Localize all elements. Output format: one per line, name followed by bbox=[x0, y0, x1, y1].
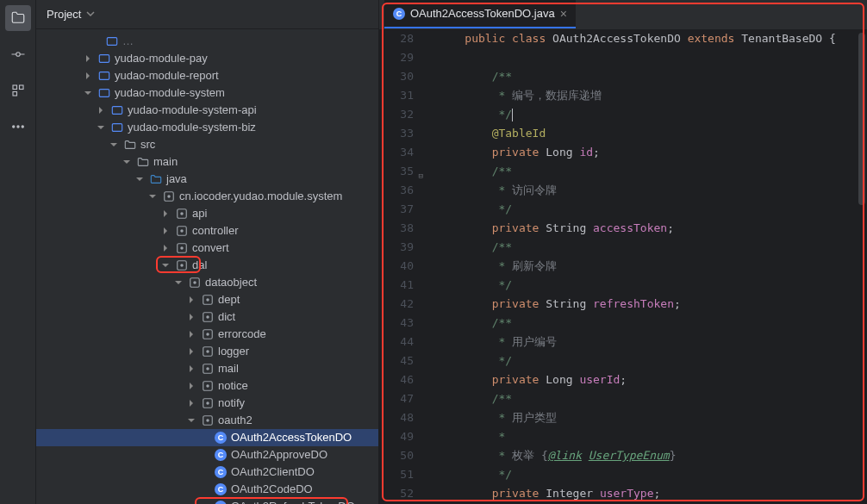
rail-structure-icon[interactable] bbox=[5, 78, 31, 103]
rail-more-icon[interactable] bbox=[5, 114, 31, 140]
chevron-down-icon[interactable] bbox=[172, 278, 184, 287]
code-line: public class OAuth2AccessTokenDO extends… bbox=[438, 29, 867, 48]
chevron-down-icon[interactable] bbox=[82, 89, 94, 97]
code-line: */ bbox=[438, 200, 867, 219]
tree-node-pkg-root[interactable]: cn.iocoder.yudao.module.system bbox=[36, 188, 378, 205]
tree-label: OAuth2AccessTokenDO bbox=[231, 429, 352, 446]
tree-node-pkg-mail[interactable]: mail bbox=[36, 360, 378, 377]
chevron-right-icon[interactable] bbox=[159, 244, 172, 252]
tree-node-pkg-dept[interactable]: dept bbox=[36, 291, 378, 308]
tree-node-module-system[interactable]: yudao-module-system bbox=[36, 84, 378, 102]
tree-node-pkg-dataobject[interactable]: dataobject bbox=[36, 274, 378, 291]
close-icon[interactable]: × bbox=[560, 7, 567, 21]
code-line: private String refreshToken; bbox=[438, 295, 867, 314]
sidebar-header[interactable]: Project bbox=[36, 0, 378, 29]
chevron-right-icon[interactable] bbox=[185, 313, 197, 321]
tree-node-module-system-biz[interactable]: yudao-module-system-biz bbox=[36, 119, 378, 136]
chevron-right-icon[interactable] bbox=[185, 330, 197, 339]
chevron-right-icon[interactable] bbox=[159, 209, 172, 218]
tree-label: oauth2 bbox=[218, 412, 253, 429]
svg-point-28 bbox=[206, 315, 209, 319]
rail-commit-icon[interactable] bbox=[5, 41, 31, 67]
code-line: * 枚举 {@link UserTypeEnum} bbox=[438, 446, 867, 465]
line-number: 52 bbox=[379, 484, 414, 503]
tree-node-folder-src[interactable]: src bbox=[36, 136, 378, 153]
chevron-right-icon[interactable] bbox=[82, 72, 94, 80]
package-icon bbox=[201, 379, 215, 393]
svg-rect-1 bbox=[13, 85, 17, 90]
chevron-right-icon[interactable] bbox=[185, 382, 197, 390]
tree-node-pkg-dal[interactable]: dal bbox=[36, 257, 378, 274]
code-line: * 用户类型 bbox=[438, 408, 867, 427]
tree-node-pkg-notice[interactable]: notice bbox=[36, 377, 378, 395]
chevron-right-icon[interactable] bbox=[185, 364, 197, 373]
code-line: private Long userId; bbox=[438, 370, 867, 389]
package-icon bbox=[175, 241, 189, 255]
source-text[interactable]: public class OAuth2AccessTokenDO extends… bbox=[426, 29, 867, 504]
line-number: 42 bbox=[379, 295, 414, 314]
tree-label: OAuth2ApproveDO bbox=[231, 446, 327, 464]
svg-rect-8 bbox=[99, 55, 109, 63]
module-icon bbox=[110, 103, 124, 117]
chevron-down-icon[interactable] bbox=[185, 416, 197, 425]
tree-node-pkg-controller[interactable]: controller bbox=[36, 222, 378, 240]
line-number: 30 bbox=[379, 67, 414, 86]
code-line: * 访问令牌 bbox=[438, 181, 867, 200]
tree-node-module-system-api[interactable]: yudao-module-system-api bbox=[36, 102, 378, 119]
tree-node-module-pay[interactable]: yudao-module-pay bbox=[36, 50, 378, 67]
chevron-right-icon[interactable] bbox=[95, 106, 107, 115]
line-number: 48 bbox=[379, 408, 414, 427]
chevron-down-icon[interactable] bbox=[147, 192, 159, 201]
tree-node-pkg-logger[interactable]: logger bbox=[36, 343, 378, 360]
tree-node-pkg-dict[interactable]: dict bbox=[36, 308, 378, 326]
line-number: 46 bbox=[379, 370, 414, 389]
tab-oauth2accesstokendo[interactable]: C OAuth2AccessTokenDO.java × bbox=[384, 0, 576, 28]
tree-node-folder-main[interactable]: main bbox=[36, 153, 378, 171]
tree-node-pkg-errorcode[interactable]: errorcode bbox=[36, 326, 378, 343]
tree-node-pkg-oauth2[interactable]: oauth2 bbox=[36, 412, 378, 429]
tree-label: controller bbox=[192, 222, 238, 240]
tree-node-file-accesstoken[interactable]: COAuth2AccessTokenDO bbox=[36, 429, 378, 446]
rail-project-icon[interactable] bbox=[5, 5, 31, 31]
svg-rect-3 bbox=[13, 92, 17, 96]
project-sidebar: Project … yudao-module-payyudao-module-r… bbox=[36, 0, 379, 504]
tree-node-file-refreshtoken[interactable]: COAuth2RefreshTokenDO bbox=[36, 498, 378, 504]
chevron-down-icon[interactable] bbox=[159, 261, 172, 270]
code-line: /** bbox=[438, 67, 867, 86]
line-gutter: 2829303132333435⊟36373839404142434445464… bbox=[379, 29, 426, 504]
chevron-right-icon[interactable] bbox=[185, 399, 197, 408]
tree-node-folder-java[interactable]: java bbox=[36, 171, 378, 188]
svg-point-36 bbox=[206, 384, 209, 388]
tree-label: yudao-module-system-biz bbox=[128, 119, 256, 136]
chevron-down-icon[interactable] bbox=[121, 158, 133, 166]
tree-node-pkg-api[interactable]: api bbox=[36, 205, 378, 222]
tree-node-file-client[interactable]: COAuth2ClientDO bbox=[36, 464, 378, 481]
code-line: private String accessToken; bbox=[438, 219, 867, 238]
tree-label: dal bbox=[192, 257, 207, 274]
tree-node-pkg-convert[interactable]: convert bbox=[36, 240, 378, 257]
package-icon bbox=[175, 224, 189, 238]
chevron-right-icon[interactable] bbox=[82, 54, 94, 63]
code-line: * 用户编号 bbox=[438, 333, 867, 352]
chevron-down-icon[interactable] bbox=[108, 140, 120, 149]
code-line: /** bbox=[438, 314, 867, 333]
code-area[interactable]: 2829303132333435⊟36373839404142434445464… bbox=[379, 29, 867, 504]
chevron-down-icon[interactable] bbox=[95, 123, 107, 132]
line-number: 35⊟ bbox=[379, 162, 414, 181]
tree-node-file-code[interactable]: COAuth2CodeDO bbox=[36, 481, 378, 498]
tree-node-module-report[interactable]: yudao-module-report bbox=[36, 67, 378, 84]
chevron-right-icon[interactable] bbox=[185, 296, 197, 304]
code-line: * bbox=[438, 427, 867, 446]
scrollbar-thumb[interactable] bbox=[858, 33, 865, 205]
fold-icon[interactable]: ⊟ bbox=[419, 166, 423, 185]
chevron-right-icon[interactable] bbox=[159, 227, 172, 235]
tree-node-file-approve[interactable]: COAuth2ApproveDO bbox=[36, 446, 378, 464]
class-icon: C bbox=[214, 482, 228, 496]
tree-node-pkg-notify[interactable]: notify bbox=[36, 395, 378, 412]
chevron-down-icon[interactable] bbox=[134, 175, 146, 184]
chevron-right-icon[interactable] bbox=[185, 347, 197, 356]
folder-src-icon bbox=[149, 172, 163, 186]
project-tree[interactable]: … yudao-module-payyudao-module-reportyud… bbox=[36, 29, 378, 504]
code-line: */ bbox=[438, 465, 867, 484]
package-icon bbox=[175, 207, 189, 221]
